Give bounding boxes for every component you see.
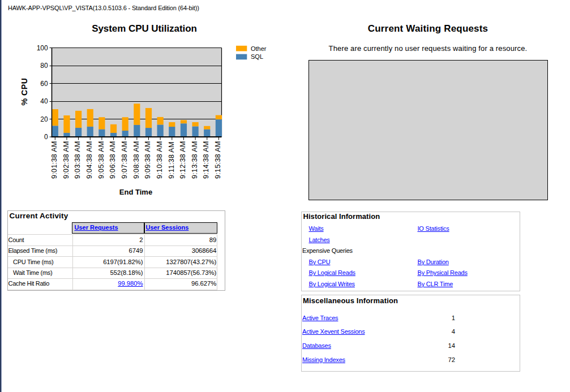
- svg-text:9:08:38 AM: 9:08:38 AM: [132, 141, 140, 179]
- svg-text:0: 0: [44, 133, 48, 141]
- svg-text:9:13:38 AM: 9:13:38 AM: [191, 141, 199, 179]
- svg-text:9:03:38 AM: 9:03:38 AM: [74, 141, 82, 179]
- svg-text:SQL: SQL: [251, 53, 263, 60]
- svg-text:80: 80: [40, 62, 48, 70]
- svg-text:9:15:38 AM: 9:15:38 AM: [214, 141, 222, 179]
- svg-text:9:10:38 AM: 9:10:38 AM: [156, 141, 164, 179]
- svg-text:9:01:38 AM: 9:01:38 AM: [50, 141, 58, 179]
- svg-text:9:07:38 AM: 9:07:38 AM: [121, 141, 128, 179]
- svg-text:9:05:38 AM: 9:05:38 AM: [97, 141, 105, 179]
- svg-text:9:04:38 AM: 9:04:38 AM: [85, 141, 93, 179]
- svg-text:60: 60: [40, 80, 48, 88]
- svg-text:40: 40: [40, 97, 48, 105]
- svg-text:9:02:38 AM: 9:02:38 AM: [62, 141, 70, 179]
- svg-text:End Time: End Time: [119, 188, 152, 196]
- svg-text:20: 20: [40, 115, 48, 123]
- svg-text:% CPU: % CPU: [20, 77, 29, 105]
- svg-text:9:11:38 AM: 9:11:38 AM: [168, 141, 175, 179]
- svg-text:9:12:38 AM: 9:12:38 AM: [179, 141, 187, 179]
- svg-text:Other: Other: [251, 45, 267, 52]
- svg-text:9:14:38 AM: 9:14:38 AM: [202, 141, 210, 179]
- svg-text:9:06:38 AM: 9:06:38 AM: [109, 141, 117, 179]
- svg-text:100: 100: [37, 44, 48, 52]
- svg-text:9:09:38 AM: 9:09:38 AM: [144, 141, 152, 179]
